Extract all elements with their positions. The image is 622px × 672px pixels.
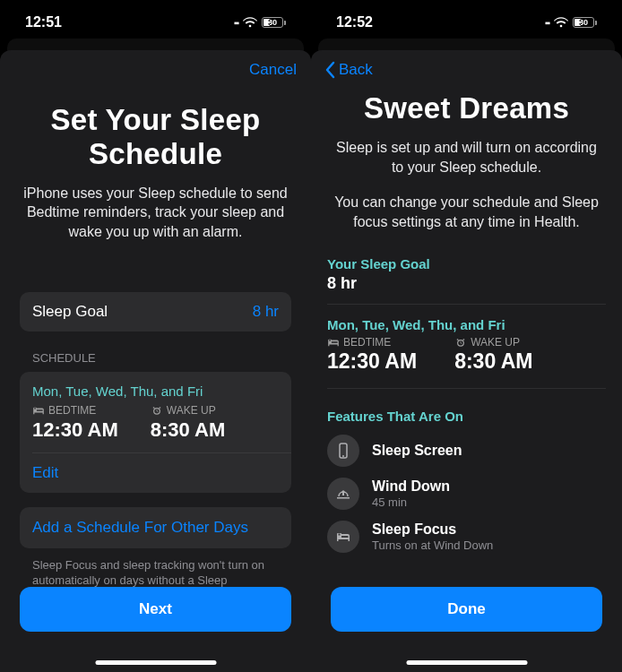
- sleep-goal-label: Sleep Goal: [32, 303, 108, 321]
- wakeup-value: 8:30 AM: [151, 418, 226, 442]
- alarm-icon: [151, 406, 163, 415]
- feature-sleep-focus: Sleep Focus Turns on at Wind Down: [327, 521, 606, 553]
- dual-sim-icon: ▪▪: [234, 18, 238, 28]
- alarm-icon: [454, 338, 467, 347]
- feature-sub: Turns on at Wind Down: [372, 538, 493, 552]
- done-button[interactable]: Done: [331, 587, 602, 632]
- status-indicators: ▪▪ 30: [545, 17, 597, 28]
- cancel-button[interactable]: Cancel: [249, 61, 297, 79]
- wakeup-value: 8:30 AM: [454, 349, 532, 374]
- page-subtitle: iPhone uses your Sleep schedule to send …: [20, 184, 291, 242]
- nav-bar: Cancel: [0, 50, 311, 90]
- nav-bar: Back: [311, 50, 622, 90]
- schedule-header: SCHEDULE: [32, 351, 291, 365]
- bedtime-value: 12:30 AM: [327, 349, 417, 374]
- bedtime-value: 12:30 AM: [32, 418, 118, 442]
- wakeup-block: WAKE UP 8:30 AM: [454, 336, 532, 374]
- status-time: 12:52: [336, 14, 373, 30]
- features-header: Features That Are On: [327, 409, 606, 424]
- battery-level: 30: [268, 18, 277, 27]
- bedtime-block: BEDTIME 12:30 AM: [327, 336, 417, 374]
- subtitle-2: You can change your schedule and Sleep f…: [327, 193, 606, 231]
- home-indicator[interactable]: [95, 660, 216, 665]
- wifi-icon: [554, 17, 568, 28]
- phone-icon: [327, 435, 359, 467]
- schedule-days: Mon, Tue, Wed, Thu, and Fri: [32, 383, 279, 399]
- battery-level: 30: [579, 18, 588, 27]
- status-indicators: ▪▪ 30: [234, 17, 286, 28]
- bed-icon: [327, 338, 340, 347]
- back-button[interactable]: Back: [325, 61, 373, 79]
- battery-icon: 30: [262, 17, 286, 28]
- add-schedule-button[interactable]: Add a Schedule For Other Days: [20, 507, 291, 548]
- feature-sleep-screen: Sleep Screen: [327, 435, 606, 467]
- schedule-item[interactable]: Mon, Tue, Wed, Thu, and Fri BEDTIME 12:3…: [20, 372, 291, 452]
- feature-title: Sleep Screen: [372, 443, 462, 459]
- phone-right: 12:52 ▪▪ 30 Back Sweet Dreams: [311, 0, 622, 672]
- feature-wind-down: Wind Down 45 min: [327, 478, 606, 510]
- feature-sub: 45 min: [372, 495, 450, 509]
- chevron-left-icon: [325, 61, 336, 79]
- feature-title: Wind Down: [372, 478, 450, 495]
- page-title: Sweet Dreams: [327, 91, 606, 125]
- goal-value: 8 hr: [327, 274, 606, 293]
- schedule-days: Mon, Tue, Wed, Thu, and Fri: [327, 317, 606, 332]
- status-time: 12:51: [25, 14, 62, 30]
- bed-circle-icon: [327, 521, 359, 553]
- home-indicator[interactable]: [406, 660, 527, 665]
- modal-sheet: Cancel Set Your Sleep Schedule iPhone us…: [0, 50, 311, 672]
- wakeup-block: WAKE UP 8:30 AM: [151, 404, 226, 442]
- battery-icon: 30: [573, 17, 597, 28]
- next-button[interactable]: Next: [20, 587, 291, 632]
- phone-left: 12:51 ▪▪ 30 Cancel Set Your Sleep Schedu: [0, 0, 311, 672]
- sunset-icon: [327, 478, 359, 510]
- dual-sim-icon: ▪▪: [545, 18, 549, 28]
- goal-label: Your Sleep Goal: [327, 256, 606, 271]
- page-title: Set Your Sleep Schedule: [20, 103, 291, 171]
- subtitle-1: Sleep is set up and will turn on accordi…: [327, 138, 606, 177]
- bed-icon: [32, 406, 45, 415]
- edit-button[interactable]: Edit: [20, 453, 291, 493]
- schedule-card: Mon, Tue, Wed, Thu, and Fri BEDTIME 12:3…: [20, 372, 291, 493]
- feature-title: Sleep Focus: [372, 521, 493, 538]
- wifi-icon: [243, 17, 257, 28]
- sleep-goal-value: 8 hr: [253, 303, 279, 321]
- bedtime-block: BEDTIME 12:30 AM: [32, 404, 118, 442]
- modal-sheet: Back Sweet Dreams Sleep is set up and wi…: [311, 50, 622, 672]
- sleep-goal-row[interactable]: Sleep Goal 8 hr: [20, 292, 291, 332]
